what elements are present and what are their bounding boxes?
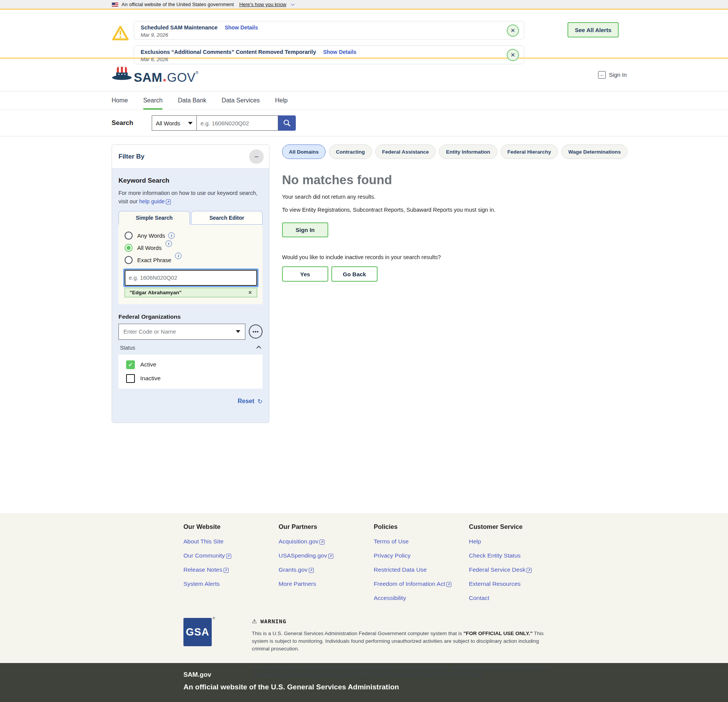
external-link-icon: ↗ — [309, 568, 314, 573]
search-input[interactable] — [196, 115, 278, 131]
chip-remove-icon[interactable]: ✕ — [248, 290, 252, 295]
footer-heading: Our Website — [183, 523, 279, 530]
footer-link-usaspending-gov[interactable]: USASpending.gov↗ — [279, 552, 374, 559]
reset-row: Reset ↻ — [118, 398, 263, 405]
domain-pill-entity-information[interactable]: Entity Information — [439, 144, 497, 159]
show-details-link[interactable]: Show Details — [225, 24, 258, 31]
footer-link-check-entity-status[interactable]: Check Entity Status — [469, 552, 568, 559]
footer-link-contact[interactable]: Contact — [469, 595, 568, 601]
inactive-checkbox[interactable] — [126, 374, 135, 383]
help-guide-link[interactable]: help guide — [139, 198, 165, 204]
content: Filter By − Keyword Search For more info… — [0, 136, 728, 513]
alerts-section: Scheduled SAM Maintenance Show Details M… — [0, 10, 728, 58]
nav-item-help[interactable]: Help — [275, 91, 288, 110]
gov-banner-text: An official website of the United States… — [122, 2, 234, 7]
alert-close-button[interactable]: ✕ — [507, 24, 519, 37]
footer-link-external-resources[interactable]: External Resources — [469, 580, 568, 587]
filter-panel-header: Filter By − — [112, 145, 269, 169]
info-icon[interactable]: i — [175, 253, 182, 259]
footer-link-federal-service-desk[interactable]: Federal Service Desk↗ — [469, 566, 568, 573]
footer-link-our-community[interactable]: Our Community↗ — [183, 552, 279, 559]
gsa-logo-text: GSA — [186, 626, 209, 638]
reset-icon[interactable]: ↻ — [258, 398, 263, 405]
status-option-active[interactable]: ✓ Active — [126, 360, 263, 369]
exact-phrase-radio[interactable] — [125, 256, 133, 264]
footer-link-terms-of-use[interactable]: Terms of Use — [374, 538, 469, 545]
active-checkbox[interactable]: ✓ — [126, 360, 135, 369]
status-option-inactive[interactable]: Inactive — [126, 374, 263, 383]
domain-pill-federal-hierarchy[interactable]: Federal Hierarchy — [501, 144, 558, 159]
sam-gov-logo[interactable]: SAM★GOV® — [112, 66, 199, 84]
sign-in-label: Sign In — [609, 71, 627, 78]
gsa-logo: GSA ® — [183, 618, 212, 646]
nav-item-data-services[interactable]: Data Services — [222, 91, 260, 110]
info-icon[interactable]: i — [165, 240, 172, 247]
all-words-label: All Words — [137, 245, 162, 251]
footer-link-label: Release Notes — [183, 566, 222, 573]
external-link-icon: ↗ — [328, 554, 333, 559]
tab-simple-search[interactable]: Simple Search — [118, 211, 190, 225]
yes-button[interactable]: Yes — [282, 266, 328, 282]
radio-row-all-words: All Words i — [125, 244, 257, 252]
domain-pill-contracting[interactable]: Contracting — [329, 144, 372, 159]
sign-in-button[interactable]: Sign In — [282, 222, 328, 237]
keyword-help-text: For more information on how to use our k… — [118, 189, 263, 206]
footer-link-help[interactable]: Help — [469, 538, 568, 545]
collapse-filters-button[interactable]: − — [249, 149, 264, 164]
domain-pill-all-domains[interactable]: All Domains — [282, 144, 326, 159]
footer-link-label: Grants.gov — [279, 566, 308, 573]
tab-search-editor[interactable]: Search Editor — [191, 211, 263, 225]
dropdown-arrow-icon[interactable] — [236, 330, 240, 333]
domain-filter-pills: All Domains Contracting Federal Assistan… — [282, 144, 603, 159]
go-back-button[interactable]: Go Back — [331, 266, 378, 282]
see-all-alerts-button[interactable]: See All Alerts — [567, 22, 619, 37]
search-mode-select[interactable]: All Words — [152, 115, 196, 131]
footer-link-acquisition-gov[interactable]: Acquisition.gov↗ — [279, 538, 374, 545]
domain-pill-federal-assistance[interactable]: Federal Assistance — [375, 144, 436, 159]
simple-search-panel: Any Words i All Words i Exact Phrase i — [118, 225, 263, 304]
external-link-icon: ↗ — [226, 554, 231, 559]
sign-in-required-text: To view Entity Registrations, Subcontrac… — [282, 206, 546, 214]
footer-link-label: External Resources — [469, 580, 520, 587]
us-flag-icon — [112, 2, 118, 7]
org-combobox[interactable] — [118, 324, 245, 340]
footer-link-more-partners[interactable]: More Partners — [279, 580, 374, 587]
footer-link-release-notes[interactable]: Release Notes↗ — [183, 566, 279, 573]
search-submit-button[interactable] — [278, 115, 296, 131]
nav-item-search[interactable]: Search — [143, 91, 163, 110]
reset-link[interactable]: Reset — [238, 398, 255, 405]
footer-link-label: Acquisition.gov — [279, 538, 318, 545]
nav-item-data-bank[interactable]: Data Bank — [178, 91, 206, 110]
nav-item-home[interactable]: Home — [112, 91, 128, 110]
footer: Our Website About This Site Our Communit… — [0, 513, 728, 663]
footer-link-label: Check Entity Status — [469, 552, 520, 559]
footer-link-foia[interactable]: Freedom of Information Act↗ — [374, 580, 469, 587]
how-you-know-link[interactable]: Here’s how you know — [239, 2, 286, 7]
chevron-up-icon[interactable] — [256, 346, 261, 351]
include-inactive-question: Would you like to include inactive recor… — [282, 254, 603, 260]
footer-link-grants-gov[interactable]: Grants.gov↗ — [279, 566, 374, 573]
info-icon[interactable]: i — [168, 232, 175, 239]
domain-pill-wage-determinations[interactable]: Wage Determinations — [561, 144, 628, 159]
footer-link-system-alerts[interactable]: System Alerts — [183, 580, 279, 587]
radio-row-exact-phrase: Exact Phrase i — [125, 256, 257, 264]
footer-link-about-this-site[interactable]: About This Site — [183, 538, 279, 545]
footer-column-our-website: Our Website About This Site Our Communit… — [183, 523, 279, 609]
header-sign-in-link[interactable]: ← Sign In — [598, 71, 627, 79]
footer-link-privacy-policy[interactable]: Privacy Policy — [374, 552, 469, 559]
warning-text-bold: "FOR OFFICIAL USE ONLY." — [464, 631, 533, 636]
any-words-radio[interactable] — [125, 232, 133, 240]
all-words-radio[interactable] — [125, 244, 133, 252]
org-input[interactable] — [123, 328, 236, 335]
ellipsis-icon: ••• — [253, 329, 259, 334]
footer-link-label: Terms of Use — [374, 538, 409, 545]
chevron-down-icon[interactable] — [291, 2, 295, 6]
keyword-input[interactable] — [125, 270, 257, 286]
brand-sam: SAM — [134, 70, 162, 84]
org-more-options-button[interactable]: ••• — [249, 324, 263, 339]
footer-link-restricted-data-use[interactable]: Restricted Data Use — [374, 566, 469, 573]
star-icon: ★ — [162, 77, 167, 83]
alert-close-button[interactable]: ✕ — [507, 49, 519, 61]
show-details-link[interactable]: Show Details — [323, 49, 356, 55]
footer-link-accessibility[interactable]: Accessibility — [374, 595, 469, 601]
